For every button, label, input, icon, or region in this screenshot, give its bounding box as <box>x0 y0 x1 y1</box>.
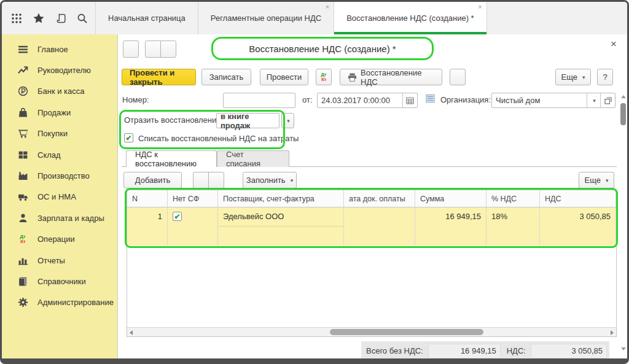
col-payment-doc-date[interactable]: ата док. оплаты <box>344 190 415 207</box>
service-icons <box>2 2 95 34</box>
write-button[interactable]: Записать <box>201 69 251 85</box>
sidebar-item-label: Банк и касса <box>37 87 85 96</box>
no-invoice-checkbox[interactable]: ✔ <box>173 212 182 221</box>
move-row-down-button[interactable] <box>208 172 224 188</box>
home-button[interactable] <box>123 41 139 58</box>
gear-icon <box>17 297 28 308</box>
forward-button[interactable] <box>160 41 176 58</box>
app-window: Начальная страница Регламентные операции… <box>0 0 629 364</box>
col-no-invoice[interactable]: Нет СФ <box>168 190 218 207</box>
table-row[interactable]: 1 ✔ Эдельвейс ООО 16 949,15 18% 3 050,85 <box>127 207 616 246</box>
tab-home-page[interactable]: Начальная страница <box>95 2 198 34</box>
tab-label: Регламентные операции НДС <box>211 14 321 23</box>
tab-vat-to-restore[interactable]: НДС к восстановлению <box>126 150 217 167</box>
chevron-down-icon[interactable]: ▾ <box>587 93 600 107</box>
sidebar-item-operations[interactable]: ДтКт Операции <box>2 229 117 250</box>
scroll-up-icon[interactable] <box>619 92 627 101</box>
cell-supplier[interactable]: Эдельвейс ООО <box>218 207 344 246</box>
truck-icon <box>17 192 28 203</box>
move-row-up-button[interactable] <box>193 172 209 188</box>
list-icon[interactable] <box>426 94 435 103</box>
sidebar-item-bank-cash[interactable]: Банк и касса <box>2 81 117 102</box>
vat-table: N Нет СФ Поставщик, счет-фактура ата док… <box>127 190 617 337</box>
sidebar-item-label: Администрирование <box>37 298 114 307</box>
scroll-left-icon[interactable] <box>130 330 133 335</box>
horizontal-scrollbar[interactable] <box>127 327 616 336</box>
back-button[interactable] <box>145 41 161 58</box>
organization-combo[interactable]: Чистый дом ▾ <box>491 93 615 108</box>
close-tab-icon[interactable]: × <box>326 4 329 10</box>
col-n[interactable]: N <box>127 190 168 207</box>
tab-vat-regulated-operations[interactable]: Регламентные операции НДС × <box>198 2 334 34</box>
number-input[interactable] <box>223 93 295 108</box>
open-item-icon[interactable] <box>600 93 615 107</box>
menu-grid-icon[interactable] <box>11 12 22 25</box>
add-row-button[interactable]: Добавить <box>123 172 182 188</box>
sidebar-item-administration[interactable]: Администрирование <box>2 292 117 313</box>
sidebar-item-fixed-assets[interactable]: ОС и НМА <box>2 187 117 207</box>
history-icon[interactable] <box>55 12 66 25</box>
sidebar-item-label: Справочники <box>37 277 86 286</box>
restore-reflect-combo[interactable]: в книге продаж <box>216 113 279 128</box>
horizontal-scroll-thumb[interactable] <box>330 329 483 335</box>
cell-no-invoice[interactable]: ✔ <box>168 207 218 246</box>
sidebar-item-label: Операции <box>37 234 75 244</box>
sidebar-item-reports[interactable]: Отчеты <box>2 250 117 271</box>
total-without-vat-value: 16 949,15 <box>428 344 501 358</box>
help-button[interactable]: ? <box>597 69 613 85</box>
calendar-icon[interactable] <box>402 93 417 107</box>
scroll-right-icon[interactable] <box>611 330 614 335</box>
tab-vat-restore[interactable]: Восстановление НДС (создание) * × <box>334 2 486 34</box>
close-tab-icon[interactable]: × <box>478 4 482 10</box>
ruble-coin-icon <box>17 86 28 97</box>
chevron-down-icon: ▾ <box>291 177 294 184</box>
col-vat[interactable]: НДС <box>540 190 616 207</box>
sidebar-item-catalogs[interactable]: Справочники <box>2 271 117 292</box>
cell-n[interactable]: 1 <box>127 207 168 246</box>
post-button[interactable]: Провести <box>260 69 308 85</box>
trend-icon <box>17 65 28 76</box>
post-and-close-button[interactable]: Провести и закрыть <box>122 69 196 85</box>
search-icon[interactable] <box>77 12 88 25</box>
favorites-star-icon[interactable] <box>33 12 45 25</box>
factory-icon <box>17 171 28 182</box>
table-more-button[interactable]: Еще▾ <box>579 172 614 188</box>
sidebar-item-purchases[interactable]: Покупки <box>2 123 117 144</box>
sidebar-item-manager[interactable]: Руководителю <box>2 60 117 80</box>
cell-vat-rate[interactable]: 18% <box>486 207 540 246</box>
date-input[interactable]: 24.03.2017 0:00:00 <box>317 93 418 108</box>
col-vat-rate[interactable]: % НДС <box>486 190 540 207</box>
sidebar-item-warehouse[interactable]: Склад <box>2 144 117 165</box>
col-amount[interactable]: Сумма <box>415 190 486 207</box>
total-vat-label: НДС: <box>507 346 526 355</box>
col-supplier[interactable]: Поставщик, счет-фактура <box>218 190 344 207</box>
sidebar-item-label: Руководителю <box>37 66 91 75</box>
restore-reflect-label: Отразить восстановление: <box>124 115 223 125</box>
cell-payment-doc-date[interactable] <box>344 207 415 246</box>
bar-chart-icon <box>17 255 28 266</box>
number-label: Номер: <box>122 95 149 104</box>
sidebar-item-label: Покупки <box>37 129 68 138</box>
scroll-down-icon[interactable] <box>619 344 627 354</box>
menu-lines-icon <box>17 44 28 55</box>
writeoff-vat-checkbox[interactable]: ✔ <box>124 133 133 142</box>
tab-writeoff-account[interactable]: Счет списания <box>217 150 289 167</box>
close-form-icon[interactable]: × <box>611 38 617 50</box>
total-vat-value: 3 050,85 <box>531 344 607 358</box>
restore-reflect-dropdown-button[interactable]: ▾ <box>281 113 294 128</box>
toolbar-more-button[interactable]: Еще▾ <box>555 69 591 85</box>
dtkt-postings-button[interactable]: ДтКт <box>316 69 332 85</box>
top-bar: Начальная страница Регламентные операции… <box>2 2 627 34</box>
sidebar-item-payroll-hr[interactable]: Зарплата и кадры <box>2 207 117 228</box>
chevron-down-icon: ▾ <box>582 74 585 80</box>
vertical-scroll-thumb[interactable] <box>620 103 626 125</box>
sidebar-item-sales[interactable]: Продажи <box>2 102 117 123</box>
cell-amount[interactable]: 16 949,15 <box>415 207 486 246</box>
sidebar-item-production[interactable]: Производство <box>2 165 117 186</box>
cell-vat[interactable]: 3 050,85 <box>540 207 616 246</box>
sidebar-item-label: Склад <box>37 150 61 160</box>
report-document-button[interactable] <box>450 69 466 85</box>
print-vat-restore-button[interactable]: Восстановление НДС <box>340 69 442 85</box>
sidebar-item-main[interactable]: Главное <box>2 39 117 60</box>
fill-button[interactable]: Заполнить▾ <box>243 172 297 188</box>
